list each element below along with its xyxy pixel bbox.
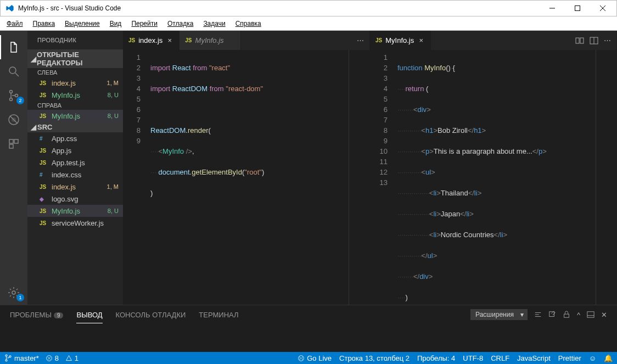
status-eol[interactable]: CRLF — [491, 354, 509, 362]
section-open-editors[interactable]: ◢ОТКРЫТЫЕ РЕДАКТОРЫ — [27, 49, 123, 68]
svg-point-33 — [299, 355, 304, 361]
activity-settings[interactable]: 1 — [0, 281, 27, 305]
tab-label: MyInfo.js — [195, 36, 224, 44]
activity-search[interactable] — [0, 59, 27, 83]
file-icon: ◆ — [40, 196, 48, 202]
file-icon: JS — [40, 184, 48, 190]
panel-tab-terminal[interactable]: ТЕРМИНАЛ — [199, 311, 238, 319]
panel-tab-problems[interactable]: ПРОБЛЕМЫ9 — [10, 311, 63, 319]
panel-maximize-icon[interactable]: ^ — [577, 311, 580, 319]
editor-group-right: JSMyInfo.js× ⋯ 12345678910111213 functio… — [370, 31, 617, 305]
file-status: 8, U — [108, 208, 119, 214]
file-App.test.js[interactable]: JSApp.test.js — [27, 156, 123, 169]
maximize-button[interactable] — [565, 1, 590, 16]
menu-go[interactable]: Перейти — [127, 19, 162, 29]
file-icon: JS — [40, 160, 48, 166]
status-encoding[interactable]: UTF-8 — [463, 354, 483, 362]
file-icon: JS — [40, 208, 48, 214]
menu-help[interactable]: Справка — [231, 19, 266, 29]
status-prettier[interactable]: Prettier — [558, 354, 581, 362]
svg-rect-14 — [9, 144, 13, 148]
file-logo.svg[interactable]: ◆logo.svg — [27, 193, 123, 205]
panel-tab-debug[interactable]: КОНСОЛЬ ОТЛАДКИ — [116, 311, 186, 319]
code-right[interactable]: function·MyInfo()·{ ····return·( ·······… — [395, 50, 596, 305]
compare-icon[interactable] — [575, 36, 584, 45]
menu-debug[interactable]: Отладка — [163, 19, 198, 29]
svg-rect-1 — [575, 6, 580, 11]
status-position[interactable]: Строка 13, столбец 2 — [339, 354, 410, 362]
file-index.js[interactable]: JSindex.js1, M — [27, 181, 123, 193]
svg-rect-13 — [14, 139, 18, 143]
window-title: MyInfo.js - src - Visual Studio Code — [18, 4, 540, 12]
file-name: serviceWorker.js — [52, 219, 119, 227]
open-log-icon[interactable] — [548, 311, 556, 318]
menu-selection[interactable]: Выделение — [60, 19, 104, 29]
status-errors[interactable]: 8 1 — [46, 354, 78, 362]
tab-index.js[interactable]: JSindex.js× — [123, 31, 180, 50]
file-status: 1, M — [107, 80, 119, 86]
file-App.css[interactable]: #App.css — [27, 132, 123, 144]
close-button[interactable] — [590, 1, 615, 16]
split-icon[interactable] — [590, 36, 598, 45]
file-status: 1, M — [107, 183, 119, 190]
activity-bar: 2 1 — [0, 31, 27, 305]
minimap-right[interactable] — [596, 50, 616, 305]
activity-extensions[interactable] — [0, 132, 27, 156]
editor-more-icon[interactable]: ⋯ — [357, 36, 364, 44]
menu-view[interactable]: Вид — [105, 19, 126, 29]
minimize-button[interactable] — [540, 1, 565, 16]
activity-explorer[interactable] — [0, 35, 27, 59]
file-icon: JS — [40, 92, 48, 98]
file-name: App.css — [52, 135, 119, 143]
editor-more-icon[interactable]: ⋯ — [604, 36, 611, 44]
file-name: App.test.js — [52, 159, 119, 167]
tabs-right: JSMyInfo.js× ⋯ — [370, 31, 616, 50]
file-index.css[interactable]: #index.css — [27, 169, 123, 181]
activity-scm[interactable]: 2 — [0, 83, 27, 108]
minimap-left[interactable] — [349, 50, 369, 305]
gutter-left: 123456789 — [123, 50, 148, 305]
file-MyInfo.js[interactable]: JSMyInfo.js8, U — [27, 205, 123, 217]
status-lang[interactable]: JavaScript — [517, 354, 551, 362]
menu-tasks[interactable]: Задачи — [199, 19, 229, 29]
menu-edit[interactable]: Правка — [29, 19, 60, 29]
file-name: MyInfo.js — [52, 91, 108, 99]
panel-close-icon[interactable]: ✕ — [601, 311, 607, 319]
group-left: СЛЕВА — [27, 68, 123, 77]
tab-MyInfo.js[interactable]: JSMyInfo.js× — [370, 31, 431, 50]
file-MyInfo.js[interactable]: JSMyInfo.js8, U — [27, 89, 123, 101]
activity-debug[interactable] — [0, 108, 27, 132]
scm-badge: 2 — [16, 97, 24, 104]
code-area-right[interactable]: 12345678910111213 function·MyInfo()·{ ··… — [370, 50, 616, 305]
status-branch[interactable]: master* — [4, 354, 39, 362]
panel-tab-output[interactable]: ВЫВОД — [76, 311, 102, 319]
output-channel-dropdown[interactable]: Расширения — [470, 309, 528, 320]
code-left[interactable]: import·React·from·"react" import·ReactDO… — [148, 50, 349, 305]
file-index.js[interactable]: JSindex.js1, M — [27, 77, 123, 89]
file-name: index.css — [52, 171, 119, 179]
section-src[interactable]: ◢SRC — [27, 122, 123, 132]
tab-close-icon[interactable]: × — [166, 36, 173, 44]
status-bell-icon[interactable]: 🔔 — [604, 354, 613, 362]
status-feedback-icon[interactable]: ☺ — [589, 354, 596, 362]
svg-point-27 — [5, 355, 7, 356]
svg-rect-25 — [587, 312, 594, 318]
svg-point-28 — [5, 360, 7, 361]
panel-layout-icon[interactable] — [587, 311, 594, 318]
svg-point-6 — [10, 91, 13, 93]
menu-file[interactable]: Файл — [2, 19, 27, 29]
file-icon: JS — [40, 113, 48, 119]
status-golive[interactable]: Go Live — [298, 354, 332, 362]
file-MyInfo.js[interactable]: JSMyInfo.js8, U — [27, 110, 123, 122]
file-App.js[interactable]: JSApp.js — [27, 144, 123, 156]
editor-area: JSindex.js×JSMyInfo.js ⋯ 123456789 impor… — [123, 31, 617, 305]
sidebar: ПРОВОДНИК ◢ОТКРЫТЫЕ РЕДАКТОРЫ СЛЕВА JSin… — [27, 31, 123, 305]
clear-output-icon[interactable] — [534, 311, 542, 318]
file-serviceWorker.js[interactable]: JSserviceWorker.js — [27, 217, 123, 229]
status-spaces[interactable]: Пробелы: 4 — [417, 354, 455, 362]
code-area-left[interactable]: 123456789 import·React·from·"react" impo… — [123, 50, 369, 305]
tab-MyInfo.js[interactable]: JSMyInfo.js — [180, 31, 240, 50]
tab-close-icon[interactable]: × — [417, 36, 425, 44]
lock-scroll-icon[interactable] — [563, 311, 570, 318]
titlebar: MyInfo.js - src - Visual Studio Code — [0, 0, 617, 16]
